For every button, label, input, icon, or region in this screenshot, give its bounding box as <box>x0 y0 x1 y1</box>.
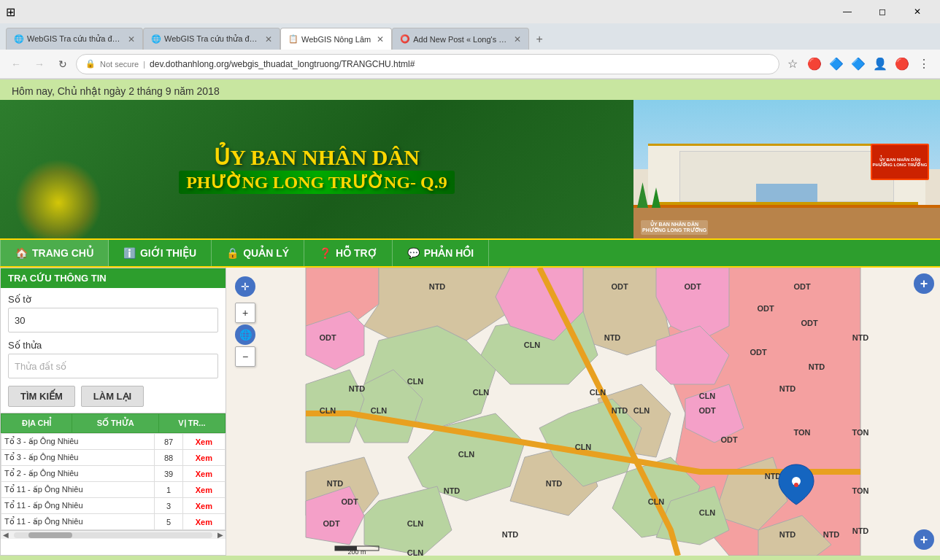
button-row: TÌM KIẾM LÀM LẠI <box>8 386 218 407</box>
scroll-left-arrow[interactable]: ◀ <box>1 531 11 540</box>
compass-control[interactable]: ✛ <box>235 276 255 297</box>
menu-gioi-thieu[interactable]: ℹ️ GIỚI THIỆU <box>109 240 212 266</box>
globe-control[interactable]: 🌐 <box>235 324 255 345</box>
table-cell-address: Tổ 3 - ấp Ông Nhiêu <box>1 434 155 450</box>
extension-5-button[interactable]: 🔴 <box>892 54 912 74</box>
svg-text:NTD: NTD <box>546 479 563 488</box>
expand-button-bottom[interactable]: + <box>914 529 934 550</box>
zoom-out-button[interactable]: − <box>235 346 255 367</box>
menu-trang-chu-label: TRANG CHỦ <box>32 247 93 259</box>
menu-phan-hoi[interactable]: 💬 PHẢN HỒI <box>393 240 489 266</box>
tab-3-favicon: 📋 <box>288 34 298 44</box>
lock-menu-icon: 🔒 <box>226 247 239 259</box>
reload-button[interactable]: ↻ <box>53 54 73 74</box>
table-row: Tổ 11 - ấp Ông Nhiêu 5 Xem <box>1 514 226 530</box>
tab-4[interactable]: ⭕ Add New Post « Long's b... ✕ <box>392 28 529 50</box>
svg-text:NTD: NTD <box>809 362 825 371</box>
nav-icons: ☆ 🔴 🔷 🔷 👤 🔴 ⋮ <box>782 54 934 74</box>
table-cell-so-thua: 39 <box>155 466 182 482</box>
menu-quan-ly[interactable]: 🔒 QUẢN LÝ <box>212 240 304 266</box>
nav-bar: ← → ↻ 🔒 Not secure | dev.dothanhlong.org… <box>0 50 940 79</box>
table-cell-link[interactable]: Xem <box>182 434 225 450</box>
svg-text:ODT: ODT <box>757 304 774 313</box>
svg-text:CLN: CLN <box>524 341 541 349</box>
svg-text:CLN: CLN <box>648 497 665 506</box>
table-cell-address: Tổ 11 - ấp Ông Nhiêu <box>1 482 155 498</box>
question-icon: ❓ <box>319 247 331 259</box>
table-row: Tổ 3 - ấp Ông Nhiêu 87 Xem <box>1 434 226 450</box>
extension-2-button[interactable]: 🔷 <box>826 54 847 74</box>
table-cell-link[interactable]: Xem <box>182 450 225 466</box>
table-cell-so-thua: 88 <box>155 450 182 466</box>
table-cell-link[interactable]: Xem <box>182 498 225 514</box>
tab-1-close[interactable]: ✕ <box>128 34 135 44</box>
sidebar-header: TRA CỨU THÔNG TIN <box>1 268 226 288</box>
svg-text:CLN: CLN <box>575 443 592 451</box>
extension-4-button[interactable]: 👤 <box>870 54 890 74</box>
so-thua-input[interactable] <box>8 354 218 378</box>
nav-menu: 🏠 TRANG CHỦ ℹ️ GIỚI THIỆU 🔒 QUẢN LÝ ❓ HỖ… <box>0 238 940 268</box>
svg-text:CLN: CLN <box>320 406 336 415</box>
so-to-input[interactable] <box>8 308 218 332</box>
scroll-thumb[interactable] <box>28 532 72 538</box>
tab-2[interactable]: 🌐 WebGIS Tra cứu thửa đất... ✕ <box>143 28 280 50</box>
scroll-right-arrow[interactable]: ▶ <box>215 531 226 540</box>
svg-text:NTD: NTD <box>604 333 621 342</box>
table-scroll: Tổ 3 - ấp Ông Nhiêu 87 Xem Tổ 3 - ấp Ông… <box>1 433 226 530</box>
tab-1[interactable]: 🌐 WebGIS Tra cứu thửa đất... ✕ <box>6 28 143 50</box>
table-cell-address: Tổ 11 - ấp Ông Nhiêu <box>1 498 155 514</box>
horizontal-scrollbar[interactable]: ◀ ▶ <box>1 530 226 539</box>
bookmark-button[interactable]: ☆ <box>782 54 803 74</box>
browser-icon: ⊞ <box>6 5 15 19</box>
table-row: Tổ 11 - ấp Ông Nhiêu 3 Xem <box>1 498 226 514</box>
back-button[interactable]: ← <box>6 54 26 74</box>
chat-icon: 💬 <box>407 247 420 259</box>
so-to-label: Số tờ <box>8 294 218 305</box>
svg-text:200 m: 200 m <box>347 548 366 556</box>
expand-button-top[interactable]: + <box>914 273 934 294</box>
address-bar[interactable]: 🔒 Not secure | dev.dothanhlong.org/webgi… <box>76 54 779 74</box>
extension-3-button[interactable]: 🔷 <box>848 54 868 74</box>
svg-text:CLN: CLN <box>458 450 475 459</box>
tab-4-title: Add New Post « Long's b... <box>413 35 508 44</box>
svg-text:NTD: NTD <box>612 406 628 415</box>
zoom-in-button[interactable]: + <box>235 303 255 323</box>
svg-text:TON: TON <box>793 428 810 437</box>
tab-4-close[interactable]: ✕ <box>514 34 521 44</box>
svg-text:ODT: ODT <box>698 406 716 415</box>
table-cell-link[interactable]: Xem <box>182 514 225 530</box>
new-tab-button[interactable]: + <box>529 29 550 50</box>
table-cell-link[interactable]: Xem <box>182 466 225 482</box>
table-cell-address: Tổ 3 - ấp Ông Nhiêu <box>1 450 155 466</box>
table-cell-link[interactable]: Xem <box>182 482 225 498</box>
extension-1-button[interactable]: 🔴 <box>804 54 825 74</box>
tab-1-favicon: 🌐 <box>14 34 24 44</box>
menu-quan-ly-label: QUẢN LÝ <box>243 247 289 259</box>
so-thua-label: Số thửa <box>8 340 218 351</box>
svg-text:TON: TON <box>852 486 868 495</box>
close-button[interactable]: ✕ <box>901 0 934 23</box>
maximize-button[interactable]: ◻ <box>866 0 899 23</box>
forward-button[interactable]: → <box>29 54 50 74</box>
results-table: ĐỊA CHỈ SỐ THỬA VỊ TR... <box>1 413 226 433</box>
tab-3[interactable]: 📋 WebGIS Nông Lâm ✕ <box>280 28 392 50</box>
menu-trang-chu[interactable]: 🏠 TRANG CHỦ <box>0 240 109 266</box>
menu-phan-hoi-label: PHẢN HỒI <box>424 247 474 259</box>
banner-title: ỦY BAN NHÂN DÂN PHƯỜNG LONG TRƯỜNG- Q.9 <box>179 144 455 194</box>
menu-ho-tro-label: HỖ TRỢ <box>336 247 377 259</box>
map-container[interactable]: ODT ODT ODT ODT ODT ODT ODT ODT ODT ODT … <box>226 268 940 556</box>
svg-text:ODT: ODT <box>323 519 340 528</box>
menu-button[interactable]: ⋮ <box>914 54 934 74</box>
not-secure-label: Not secure <box>100 60 139 69</box>
date-text: Hôm nay, Chủ nhật ngày 2 tháng 9 năm 201… <box>12 85 220 97</box>
lock-icon: 🔒 <box>85 59 96 69</box>
tab-1-title: WebGIS Tra cứu thửa đất... <box>27 34 122 44</box>
svg-text:NTD: NTD <box>779 384 796 393</box>
menu-ho-tro[interactable]: ❓ HỖ TRỢ <box>304 240 393 266</box>
reset-button[interactable]: LÀM LẠI <box>81 386 144 407</box>
tab-3-close[interactable]: ✕ <box>377 34 384 44</box>
minimize-button[interactable]: — <box>831 0 864 23</box>
table-cell-so-thua: 3 <box>155 498 182 514</box>
tab-2-close[interactable]: ✕ <box>265 34 272 44</box>
search-button[interactable]: TÌM KIẾM <box>8 386 75 407</box>
